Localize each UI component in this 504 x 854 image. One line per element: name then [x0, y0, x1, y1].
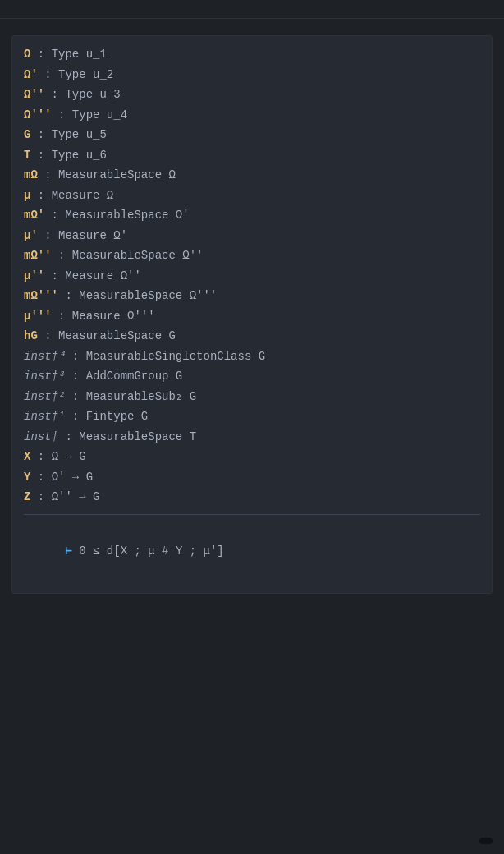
hypothesis-line: inst†⁴ : MeasurableSingletonClass G	[24, 347, 480, 367]
hypothesis-line: μ'' : Measure Ω''	[24, 266, 480, 287]
hypothesis-line: X : Ω → G	[24, 447, 480, 467]
hypothesis-line: Ω''' : Type u_4	[24, 105, 480, 126]
tactic-body: Ω : Type u_1Ω' : Type u_2Ω'' : Type u_3Ω…	[0, 19, 504, 602]
hypothesis-line: mΩ' : MeasurableSpace Ω'	[24, 205, 480, 226]
hypothesis-line: inst†³ : AddCommGroup G	[24, 366, 480, 387]
hypothesis-block: Ω : Type u_1Ω' : Type u_2Ω'' : Type u_3Ω…	[11, 35, 493, 594]
hypothesis-line: inst†² : MeasurableSub₂ G	[24, 387, 480, 407]
hypothesis-line: μ''' : Measure Ω'''	[24, 306, 480, 327]
hypothesis-line: μ' : Measure Ω'	[24, 226, 480, 246]
hypothesis-line: Ω'' : Type u_3	[24, 85, 480, 105]
turnstile-symbol: ⊢	[65, 544, 71, 558]
goal-divider	[24, 514, 480, 515]
goal-line: ⊢ 0 ≤ d[X ; μ # Y ; μ']	[24, 521, 480, 582]
hypothesis-line: G : Type u_5	[24, 125, 480, 145]
hypothesis-line: hG : MeasurableSpace G	[24, 326, 480, 347]
watermark	[479, 838, 493, 844]
tactic-state-header	[0, 0, 504, 19]
hypothesis-line: Ω' : Type u_2	[24, 65, 480, 85]
hypothesis-line: mΩ''' : MeasurableSpace Ω'''	[24, 286, 480, 306]
hypothesis-line: mΩ'' : MeasurableSpace Ω''	[24, 246, 480, 266]
hypothesis-line: T : Type u_6	[24, 145, 480, 166]
hypothesis-line: Ω : Type u_1	[24, 44, 480, 65]
hypothesis-line: Z : Ω'' → G	[24, 487, 480, 507]
hypothesis-line: mΩ : MeasurableSpace Ω	[24, 165, 480, 186]
hypothesis-line: inst†¹ : Fintype G	[24, 406, 480, 427]
hypothesis-line: inst† : MeasurableSpace T	[24, 427, 480, 448]
hypothesis-line: Y : Ω' → G	[24, 467, 480, 488]
hypothesis-line: μ : Measure Ω	[24, 186, 480, 206]
